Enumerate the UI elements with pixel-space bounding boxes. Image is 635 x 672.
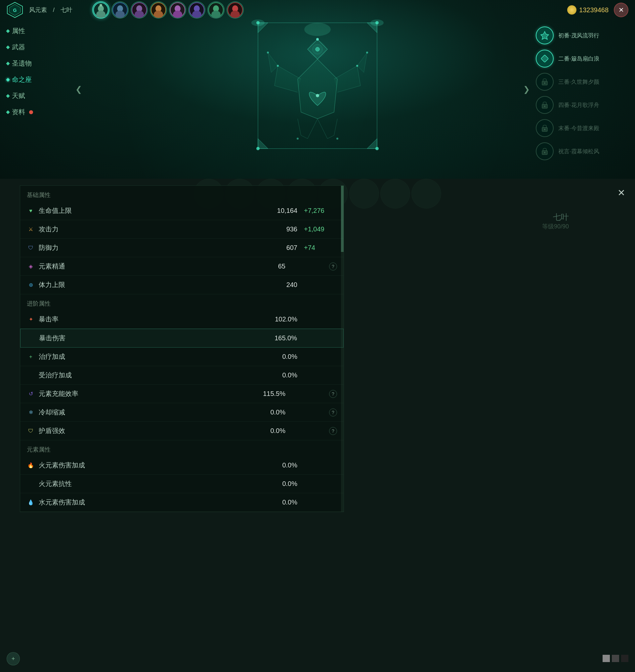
nav-talents[interactable]: 天赋 (0, 88, 66, 104)
svg-point-55 (544, 106, 545, 107)
incoming-heal-icon (27, 372, 35, 379)
avatar-slot-4[interactable] (150, 1, 167, 19)
def-label: 防御力 (39, 243, 267, 252)
stat-row-water-dmg: 💧 水元素伤害加成 0.0% (20, 493, 344, 512)
color-square-2 (612, 655, 619, 662)
atk-icon: ⚔ (27, 226, 35, 233)
avatar-slot-1[interactable] (92, 1, 109, 19)
stat-row-cd: ❄ 冷却缩减 0.0% ? (20, 403, 344, 422)
nav-weapon-label: 武器 (12, 43, 25, 51)
svg-point-41 (366, 51, 368, 54)
char-slash: / (53, 7, 54, 14)
stat-row-hp: ♥ 生命值上限 10,164 +7,276 (20, 202, 344, 220)
nav-arrow-left[interactable]: ❮ (73, 83, 85, 95)
atk-label: 攻击力 (39, 225, 267, 234)
elemental-attributes-title: 元素属性 (20, 440, 344, 456)
const-name-4: 四番·花月歌浮舟 (558, 101, 599, 109)
svg-rect-51 (541, 55, 549, 63)
stat-row-fire-res: 火元素抗性 0.0% (20, 475, 344, 493)
fire-res-icon (27, 480, 35, 488)
svg-point-47 (309, 41, 326, 58)
avatar-slot-7[interactable] (207, 1, 224, 19)
nav-attributes[interactable]: 属性 (0, 23, 66, 39)
atk-value: 936 (271, 226, 297, 233)
const-icon-4 (536, 96, 554, 114)
avatar-slot-2[interactable] (111, 1, 129, 19)
const-name-6: 祝言·霞幕倾松风 (558, 148, 599, 155)
stamina-icon: ⊕ (27, 281, 35, 289)
svg-point-53 (544, 82, 545, 84)
hp-label: 生命值上限 (39, 206, 267, 215)
avatar-slot-8[interactable] (226, 1, 244, 19)
nav-artifacts[interactable]: 圣遗物 (0, 56, 66, 71)
advanced-attributes-title: 进阶属性 (20, 294, 344, 310)
const-name-1: 初番·茂风流羽行 (558, 32, 599, 39)
scrollbar-thumb[interactable] (341, 186, 344, 252)
fire-dmg-label: 火元素伤害加成 (39, 461, 267, 470)
atk-bonus: +1,049 (304, 226, 337, 233)
mini-map-button[interactable]: + (7, 652, 20, 665)
em-icon: ◈ (27, 262, 35, 270)
bg-avatar-7 (380, 179, 410, 209)
er-label: 元素充能效率 (39, 389, 255, 398)
svg-point-37 (277, 65, 279, 67)
constellation-item-5[interactable]: 末番·今昔渡来殿 (536, 119, 628, 137)
em-label: 元素精通 (39, 262, 255, 271)
svg-point-43 (336, 138, 338, 140)
def-bonus: +74 (304, 244, 337, 252)
svg-point-50 (370, 20, 384, 26)
char-overlay-name: 七叶 (542, 212, 569, 223)
water-dmg-icon: 💧 (27, 499, 35, 506)
logo-area: G 风元素 / 七叶 (7, 2, 72, 18)
constellation-item-4[interactable]: 四番·花月歌浮舟 (536, 96, 628, 114)
bottom-mini-bar: + (7, 652, 20, 665)
nav-weapon[interactable]: 武器 (0, 39, 66, 55)
constellation-item-6[interactable]: 祝言·霞幕倾松风 (536, 142, 628, 160)
svg-marker-31 (258, 139, 268, 149)
fire-res-label: 火元素抗性 (39, 479, 267, 488)
svg-point-49 (251, 20, 265, 26)
left-navigation: 属性 武器 圣遗物 命之座 天赋 资料 (0, 23, 66, 120)
avatar-slot-6[interactable] (188, 1, 205, 19)
stat-row-shield: 🛡 护盾强效 0.0% ? (20, 422, 344, 440)
svg-point-59 (544, 152, 545, 153)
svg-point-6 (100, 4, 102, 7)
constellation-item-2[interactable]: 二番·簸岛扇白浪 (536, 50, 628, 67)
water-dmg-label: 水元素伤害加成 (39, 498, 267, 507)
currency-area: 13239468 (567, 5, 609, 15)
panel-close-button[interactable]: ✕ (614, 185, 628, 200)
nav-diamond-icon (6, 94, 9, 98)
nav-diamond-icon (6, 62, 9, 65)
stats-panel: 基础属性 ♥ 生命值上限 10,164 +7,276 ⚔ 攻击力 936 +1,… (20, 185, 344, 512)
shield-help-button[interactable]: ? (329, 427, 337, 435)
incoming-heal-value: 0.0% (271, 372, 297, 379)
avatar-slot-5[interactable] (169, 1, 186, 19)
bg-avatar-8 (411, 179, 441, 209)
color-square-3 (621, 655, 628, 662)
nav-info[interactable]: 资料 (0, 104, 66, 120)
svg-point-40 (267, 51, 269, 54)
constellation-item-3[interactable]: 三番·久世舞夕颜 (536, 73, 628, 91)
constellation-visualization (248, 20, 387, 165)
heal-value: 0.0% (271, 353, 297, 360)
bg-avatar-6 (349, 179, 379, 209)
bottom-section: 七叶 等级90/90 ✕ 基础属性 ♥ 生命值上限 10,164 +7,276 … (0, 179, 635, 672)
er-help-button[interactable]: ? (329, 390, 337, 398)
nav-constellation[interactable]: 命之座 (0, 72, 66, 87)
bottom-right-squares (603, 655, 628, 662)
stat-row-incoming-heal: 受治疗加成 0.0% (20, 366, 344, 385)
em-help-button[interactable]: ? (329, 262, 337, 270)
scrollbar[interactable] (341, 186, 344, 512)
svg-point-38 (356, 65, 358, 67)
svg-point-45 (375, 147, 379, 150)
constellation-item-1[interactable]: 初番·茂风流羽行 (536, 26, 628, 44)
avatar-slot-3[interactable] (131, 1, 148, 19)
close-button[interactable]: ✕ (614, 3, 628, 17)
color-square-1 (603, 655, 610, 662)
game-logo-icon: G (7, 2, 23, 18)
nav-arrow-right[interactable]: ❯ (521, 83, 532, 95)
svg-point-42 (297, 138, 299, 140)
hp-icon: ♥ (27, 207, 35, 215)
shield-label: 护盾强效 (39, 426, 255, 435)
cd-help-button[interactable]: ? (329, 408, 337, 416)
